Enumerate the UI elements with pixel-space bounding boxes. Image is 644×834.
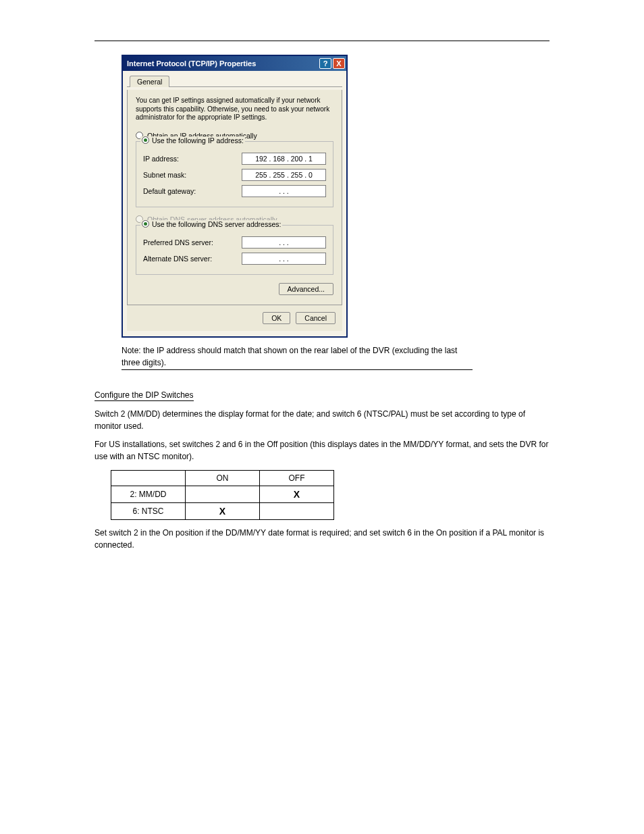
cell [260,502,334,519]
paragraph-2: For US installations, set switches 2 and… [95,438,549,463]
dns-fieldset: Use the following DNS server addresses: … [136,225,333,275]
ip-address-label: IP address: [143,155,179,163]
dialog-title: Internet Protocol (TCP/IP) Properties [127,59,256,68]
alt-dns-label: Alternate DNS server: [143,255,212,263]
note-text: Note: the IP address should match that s… [122,344,473,370]
cell: ON [186,470,260,486]
table-row: 6: NTSC X [111,502,334,519]
radio-label: Use the following IP address: [152,136,244,145]
titlebar: Internet Protocol (TCP/IP) Properties ? … [123,56,346,71]
cell: 2: MM/DD [111,486,186,502]
table-row: 2: MM/DD X [111,486,334,502]
dialog-screenshot: Internet Protocol (TCP/IP) Properties ? … [122,55,549,338]
cell [111,470,186,486]
cell: OFF [260,470,334,486]
tab-general[interactable]: General [130,76,169,87]
divider-top [95,41,549,41]
dip-switch-table: ON OFF 2: MM/DD X 6: NTSC X [111,470,334,520]
table-row: ON OFF [111,470,334,486]
cancel-button[interactable]: Cancel [296,312,336,324]
radio-label: Use the following DNS server addresses: [152,220,281,228]
cell: X [186,502,260,519]
tabstrip: General [127,75,342,87]
help-icon[interactable]: ? [319,58,331,69]
radio-icon [142,220,149,228]
tcpip-properties-dialog: Internet Protocol (TCP/IP) Properties ? … [122,55,348,338]
pref-dns-label: Preferred DNS server: [143,238,213,246]
close-icon[interactable]: X [333,58,345,69]
ip-fieldset: Use the following IP address: IP address… [136,141,333,207]
advanced-button[interactable]: Advanced... [279,283,333,295]
help-text: You can get IP settings assigned automat… [136,97,333,122]
section-heading: Configure the DIP Switches [95,390,549,400]
paragraph-1: Switch 2 (MM/DD) determines the display … [95,408,549,433]
paragraph-3: Set switch 2 in the On position if the D… [95,527,549,552]
subnet-input[interactable]: 255 . 255 . 255 . 0 [242,169,326,181]
subnet-label: Subnet mask: [143,171,186,179]
radio-icon [142,136,149,144]
gateway-input[interactable]: . . . [242,185,326,197]
pref-dns-input[interactable]: . . . [242,236,326,249]
cell [186,486,260,502]
radio-use-ip[interactable]: Use the following IP address: [140,136,245,145]
radio-use-dns[interactable]: Use the following DNS server addresses: [140,220,282,228]
cell: X [260,486,334,502]
gateway-label: Default gateway: [143,187,196,195]
alt-dns-input[interactable]: . . . [242,253,326,265]
cell: 6: NTSC [111,502,186,519]
ip-address-input[interactable]: 192 . 168 . 200 . 1 [242,153,326,165]
ok-button[interactable]: OK [263,312,290,324]
